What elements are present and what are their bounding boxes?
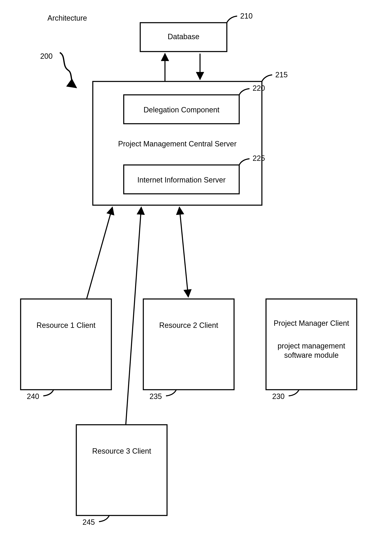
ref-200-leader xyxy=(60,53,76,88)
ref-245: 245 xyxy=(83,518,95,526)
ref-220: 220 xyxy=(253,84,265,92)
resource3-box xyxy=(76,425,167,515)
resource1-label: Resource 1 Client xyxy=(37,321,95,329)
resource2-label: Resource 2 Client xyxy=(159,321,218,329)
diagram-title: Architecture xyxy=(47,14,87,22)
pmclient-label-3: software module xyxy=(284,351,339,359)
delegation-label: Delegation Component xyxy=(144,106,219,114)
ref-215-leader xyxy=(262,75,272,81)
ref-235: 235 xyxy=(149,392,162,401)
iis-label: Internet Information Server xyxy=(137,176,226,184)
ref-230-leader xyxy=(289,390,299,396)
arrow-resource3-to-server xyxy=(126,207,141,425)
arrow-server-resource2 xyxy=(179,207,188,297)
ref-225: 225 xyxy=(253,154,265,162)
ref-240-leader xyxy=(43,390,54,396)
pmclient-label-2: project management xyxy=(278,342,345,350)
ref-200: 200 xyxy=(40,52,53,60)
ref-245-leader xyxy=(99,515,109,522)
pmclient-label-1: Project Manager Client xyxy=(274,319,349,327)
server-label: Project Management Central Server xyxy=(118,139,237,148)
ref-240: 240 xyxy=(27,392,39,401)
arrow-resource1-to-server xyxy=(87,207,112,299)
ref-215: 215 xyxy=(275,70,288,79)
architecture-diagram: Architecture 200 Database 210 Project Ma… xyxy=(0,0,392,533)
ref-230: 230 xyxy=(272,392,285,401)
database-label: Database xyxy=(168,32,199,41)
resource2-box xyxy=(143,299,234,390)
resource1-box xyxy=(21,299,111,390)
ref-235-leader xyxy=(166,390,176,396)
resource3-label: Resource 3 Client xyxy=(92,447,151,455)
ref-210: 210 xyxy=(240,12,253,20)
ref-210-leader xyxy=(227,16,237,23)
